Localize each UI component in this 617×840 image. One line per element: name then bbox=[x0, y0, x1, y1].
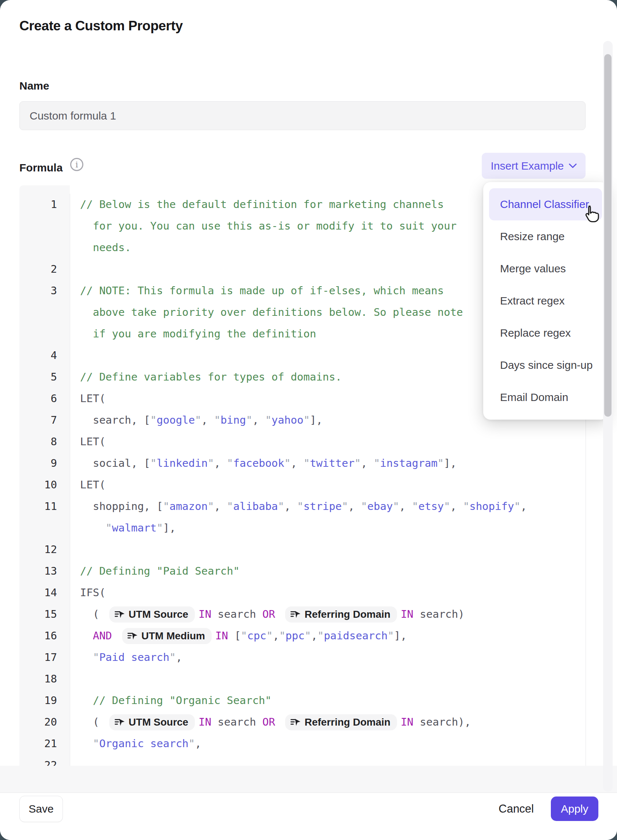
token-chip-referring-domain[interactable]: Referring Domain bbox=[285, 607, 397, 623]
line-number bbox=[19, 517, 70, 539]
code-text: shopping, ["amazon", "alibaba", "stripe"… bbox=[70, 496, 586, 517]
code-text bbox=[70, 754, 586, 766]
line-number: 4 bbox=[19, 345, 70, 366]
code-line[interactable]: 13// Defining "Paid Search" bbox=[19, 560, 586, 582]
info-icon: i bbox=[70, 158, 83, 171]
token-chip-label: UTM Source bbox=[128, 717, 188, 728]
field-token-icon bbox=[290, 609, 301, 620]
insert-example-dropdown: Channel ClassifierResize rangeMerge valu… bbox=[483, 182, 608, 420]
code-line[interactable]: 8LET( bbox=[19, 431, 586, 453]
name-input[interactable] bbox=[19, 101, 586, 130]
field-token-icon bbox=[114, 609, 125, 620]
code-text: LET( bbox=[70, 431, 586, 453]
line-number bbox=[19, 323, 70, 345]
menu-item-days-since-sign-up[interactable]: Days since sign-up bbox=[489, 349, 602, 381]
line-number: 15 bbox=[19, 604, 70, 625]
line-number: 12 bbox=[19, 539, 70, 560]
code-line[interactable]: 22 bbox=[19, 754, 586, 766]
token-chip-label: Referring Domain bbox=[304, 717, 390, 728]
menu-item-email-domain[interactable]: Email Domain bbox=[489, 381, 602, 413]
page-title: Create a Custom Property bbox=[19, 18, 183, 34]
field-token-icon bbox=[290, 717, 301, 728]
code-text: "walmart"], bbox=[70, 517, 586, 539]
code-text: // Defining "Organic Search" bbox=[70, 690, 586, 712]
code-line[interactable]: 11 shopping, ["amazon", "alibaba", "stri… bbox=[19, 496, 586, 517]
insert-example-button[interactable]: Insert Example bbox=[482, 153, 586, 179]
token-chip-referring-domain[interactable]: Referring Domain bbox=[285, 714, 397, 730]
code-text: LET( bbox=[70, 474, 586, 496]
line-number bbox=[19, 215, 70, 237]
code-line[interactable]: 12 bbox=[19, 539, 586, 560]
code-text: // Defining "Paid Search" bbox=[70, 560, 586, 582]
token-chip-label: Referring Domain bbox=[304, 609, 390, 620]
modal-scrollbar-thumb[interactable] bbox=[604, 54, 611, 417]
line-number: 10 bbox=[19, 474, 70, 496]
modal-scrollbar-track[interactable] bbox=[603, 41, 613, 792]
line-number: 7 bbox=[19, 409, 70, 431]
line-number: 9 bbox=[19, 453, 70, 474]
code-text: AND UTM MediumIN ["cpc","ppc","paidsearc… bbox=[70, 625, 586, 647]
code-line[interactable]: 15 ( UTM SourceIN search OR Referring Do… bbox=[19, 604, 586, 625]
code-text: ( UTM SourceIN search OR Referring Domai… bbox=[70, 604, 586, 625]
token-chip-utm-medium[interactable]: UTM Medium bbox=[122, 628, 212, 644]
chevron-down-icon bbox=[569, 163, 577, 168]
line-number: 2 bbox=[19, 258, 70, 280]
code-text: IFS( bbox=[70, 582, 586, 604]
menu-item-merge-values[interactable]: Merge values bbox=[489, 252, 602, 285]
line-number: 11 bbox=[19, 496, 70, 517]
formula-label: Formula bbox=[19, 162, 62, 174]
token-chip-label: UTM Source bbox=[128, 609, 188, 620]
create-custom-property-modal: Create a Custom Property Name Formula i … bbox=[0, 0, 617, 840]
code-line[interactable]: "walmart"], bbox=[19, 517, 586, 539]
menu-item-replace-regex[interactable]: Replace regex bbox=[489, 317, 602, 349]
line-number: 8 bbox=[19, 431, 70, 453]
code-line[interactable]: 18 bbox=[19, 668, 586, 690]
modal-footer: Save Cancel Apply bbox=[0, 793, 617, 840]
line-number: 6 bbox=[19, 388, 70, 409]
code-text bbox=[70, 539, 586, 560]
code-line[interactable]: 16 AND UTM MediumIN ["cpc","ppc","paidse… bbox=[19, 625, 586, 647]
line-number: 1 bbox=[19, 194, 70, 215]
line-number: 21 bbox=[19, 733, 70, 754]
code-line[interactable]: 10LET( bbox=[19, 474, 586, 496]
line-number bbox=[19, 301, 70, 323]
menu-item-resize-range[interactable]: Resize range bbox=[489, 220, 602, 252]
code-line[interactable]: 19 // Defining "Organic Search" bbox=[19, 690, 586, 712]
menu-item-channel-classifier[interactable]: Channel Classifier bbox=[489, 188, 602, 220]
line-number: 3 bbox=[19, 280, 70, 301]
line-number: 13 bbox=[19, 560, 70, 582]
field-token-icon bbox=[127, 630, 138, 642]
code-line[interactable]: 14IFS( bbox=[19, 582, 586, 604]
editor-bottom-strip bbox=[0, 766, 617, 793]
token-chip-utm-source[interactable]: UTM Source bbox=[109, 607, 195, 623]
token-chip-utm-source[interactable]: UTM Source bbox=[109, 714, 195, 730]
line-number: 20 bbox=[19, 712, 70, 733]
line-number: 19 bbox=[19, 690, 70, 712]
line-number: 14 bbox=[19, 582, 70, 604]
code-line[interactable]: 20 ( UTM SourceIN search OR Referring Do… bbox=[19, 712, 586, 733]
code-line[interactable]: 9 social, ["linkedin", "facebook", "twit… bbox=[19, 453, 586, 474]
code-text: social, ["linkedin", "facebook", "twitte… bbox=[70, 453, 586, 474]
code-text: "Organic search", bbox=[70, 733, 586, 754]
line-number: 18 bbox=[19, 668, 70, 690]
line-number: 5 bbox=[19, 366, 70, 388]
code-line[interactable]: 17 "Paid search", bbox=[19, 647, 586, 668]
code-text bbox=[70, 668, 586, 690]
line-number bbox=[19, 237, 70, 258]
line-number: 17 bbox=[19, 647, 70, 668]
name-label: Name bbox=[19, 80, 49, 92]
line-number: 16 bbox=[19, 625, 70, 647]
code-line[interactable]: 21 "Organic search", bbox=[19, 733, 586, 754]
code-text: ( UTM SourceIN search OR Referring Domai… bbox=[70, 712, 586, 733]
menu-item-extract-regex[interactable]: Extract regex bbox=[489, 285, 602, 317]
field-token-icon bbox=[114, 717, 125, 728]
apply-button[interactable]: Apply bbox=[551, 797, 598, 821]
save-button[interactable]: Save bbox=[19, 796, 63, 822]
insert-example-label: Insert Example bbox=[490, 160, 564, 172]
code-text: "Paid search", bbox=[70, 647, 586, 668]
line-number: 22 bbox=[19, 754, 70, 766]
token-chip-label: UTM Medium bbox=[142, 631, 205, 641]
cancel-button[interactable]: Cancel bbox=[494, 796, 539, 822]
